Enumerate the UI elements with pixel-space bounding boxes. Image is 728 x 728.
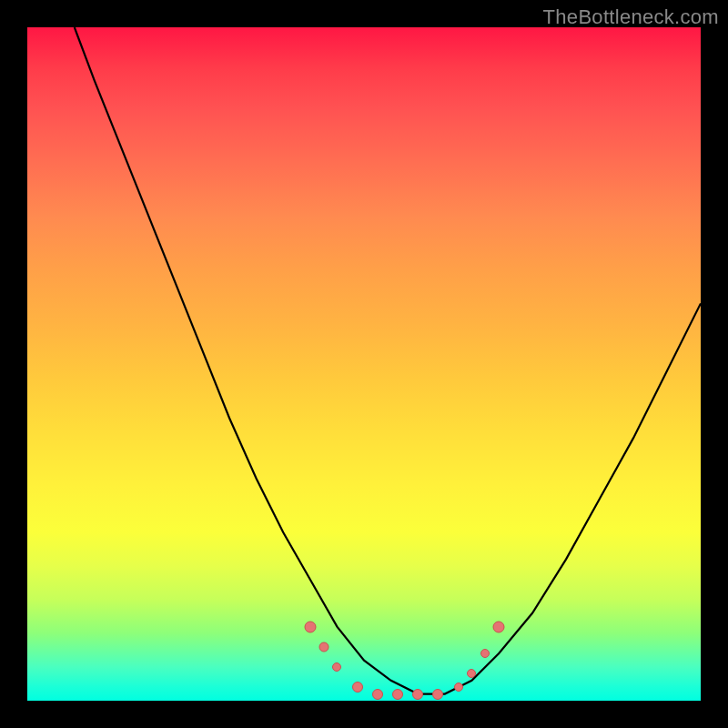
chart-marker [372,689,383,700]
chart-marker [412,689,423,700]
chart-marker [432,689,443,700]
chart-marker [304,621,316,632]
chart-marker [332,662,341,672]
chart-plot-area [27,27,701,701]
chart-marker [392,689,403,700]
chart-marker [454,682,463,692]
chart-marker [318,642,329,652]
watermark-text: TheBottleneck.com [543,5,719,29]
chart-marker [352,682,363,693]
chart-markers-layer [27,27,701,701]
chart-marker [467,669,476,678]
chart-marker [493,621,505,632]
chart-marker [480,649,490,658]
